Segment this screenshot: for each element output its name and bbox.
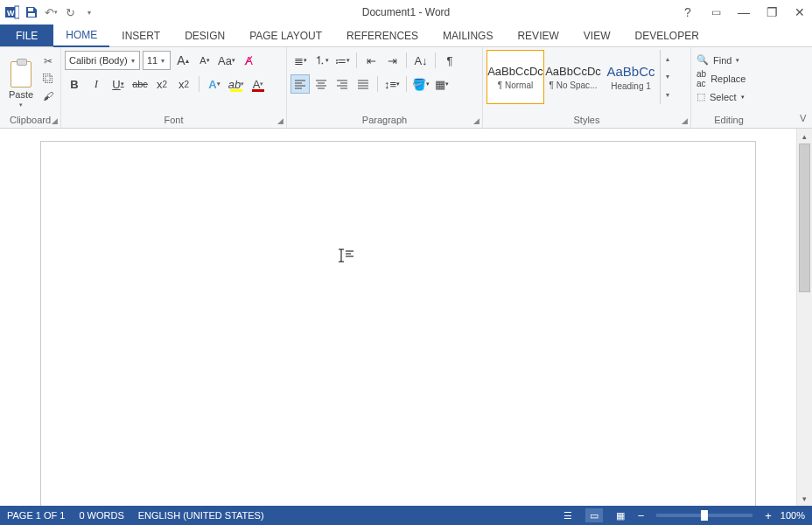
zoom-in-icon[interactable]: + — [765, 509, 772, 522]
tab-insert[interactable]: INSERT — [109, 24, 172, 46]
status-language[interactable]: ENGLISH (UNITED STATES) — [138, 510, 264, 521]
tab-home[interactable]: HOME — [53, 24, 109, 47]
tab-mailings[interactable]: MAILINGS — [430, 24, 505, 46]
style-normal[interactable]: AaBbCcDc ¶ Normal — [486, 50, 544, 104]
tab-design[interactable]: DESIGN — [172, 24, 237, 46]
group-clipboard: Paste ▾ ✂ ⿻ 🖌 Clipboard ◢ — [0, 47, 61, 128]
svg-rect-3 — [28, 8, 33, 11]
font-name-combo[interactable]: Calibri (Body)▾ — [65, 51, 140, 70]
borders-icon[interactable]: ▦▾ — [432, 74, 452, 94]
clipboard-group-label: Clipboard — [4, 112, 57, 128]
line-spacing-icon[interactable]: ↕≡▾ — [382, 74, 402, 94]
paste-button[interactable]: Paste ▾ — [4, 51, 38, 108]
tab-view[interactable]: VIEW — [571, 24, 623, 46]
text-effects-icon[interactable]: A▾ — [205, 74, 224, 94]
tab-file[interactable]: FILE — [0, 24, 53, 46]
qat-customize-icon[interactable]: ▾ — [80, 4, 98, 21]
styles-up-icon: ▴ — [666, 55, 669, 63]
close-icon[interactable]: ✕ — [791, 4, 808, 21]
scroll-up-icon[interactable]: ▴ — [797, 129, 812, 144]
web-layout-icon[interactable]: ▦ — [612, 508, 629, 522]
style-heading1[interactable]: AaBbCc Heading 1 — [602, 50, 660, 104]
collapse-ribbon-icon[interactable]: ᐯ — [800, 113, 807, 124]
multilevel-icon[interactable]: ≔▾ — [332, 51, 352, 70]
font-size-combo[interactable]: 11▾ — [143, 51, 171, 70]
clipboard-launcher-icon[interactable]: ◢ — [52, 116, 58, 125]
svg-rect-4 — [28, 13, 35, 17]
tab-references[interactable]: REFERENCES — [334, 24, 430, 46]
status-page[interactable]: PAGE 1 OF 1 — [7, 510, 65, 521]
print-layout-icon[interactable]: ▭ — [585, 508, 603, 522]
zoom-level[interactable]: 100% — [780, 510, 805, 521]
italic-button[interactable]: I — [87, 74, 106, 94]
underline-button[interactable]: U▾ — [108, 74, 128, 94]
format-painter-icon[interactable]: 🖌 — [40, 89, 56, 103]
window-controls: ? ▭ — ❐ ✕ — [679, 4, 808, 21]
group-paragraph: ≣▾ ⒈▾ ≔▾ ⇤ ⇥ A↓ ¶ — [287, 47, 483, 128]
show-marks-icon[interactable]: ¶ — [440, 51, 459, 70]
scroll-thumb[interactable] — [799, 144, 810, 292]
ribbon-display-icon[interactable]: ▭ — [707, 4, 724, 21]
find-button[interactable]: 🔍Find▾ — [695, 52, 741, 68]
ribbon-tabs: FILE HOME INSERT DESIGN PAGE LAYOUT REFE… — [0, 24, 812, 47]
svg-text:W: W — [7, 9, 15, 18]
sort-icon[interactable]: A↓ — [411, 51, 430, 70]
group-editing: 🔍Find▾ abacReplace ⬚Select▾ Editing — [691, 47, 766, 128]
font-launcher-icon[interactable]: ◢ — [277, 116, 284, 125]
select-icon: ⬚ — [696, 91, 705, 102]
increase-indent-icon[interactable]: ⇥ — [382, 51, 402, 70]
select-button[interactable]: ⬚Select▾ — [695, 88, 746, 105]
restore-icon[interactable]: ❐ — [763, 4, 780, 21]
minimize-icon[interactable]: — — [735, 4, 752, 21]
style-no-spacing[interactable]: AaBbCcDc ¶ No Spac... — [544, 50, 602, 104]
save-icon[interactable] — [23, 4, 40, 21]
styles-gallery-more[interactable]: ▴ ▾ ▾ — [660, 50, 674, 104]
document-page[interactable] — [40, 141, 756, 506]
copy-icon[interactable]: ⿻ — [40, 72, 56, 86]
word-app-icon: W — [4, 4, 21, 21]
decrease-indent-icon[interactable]: ⇤ — [361, 51, 381, 70]
shading-icon[interactable]: 🪣▾ — [411, 74, 430, 94]
strikethrough-button[interactable]: abc — [130, 74, 150, 94]
clear-format-icon[interactable]: A̸ — [239, 51, 258, 70]
cut-icon[interactable]: ✂ — [40, 54, 56, 68]
numbering-icon[interactable]: ⒈▾ — [312, 51, 331, 70]
undo-icon[interactable]: ↶ ▾ — [42, 4, 60, 21]
align-center-icon[interactable] — [312, 74, 331, 94]
quick-access-toolbar: W ↶ ▾ ↻ ▾ — [4, 4, 98, 21]
superscript-button[interactable]: x2 — [174, 74, 193, 94]
shrink-font-icon[interactable]: A▾ — [195, 51, 214, 70]
tab-page-layout[interactable]: PAGE LAYOUT — [237, 24, 334, 46]
styles-launcher-icon[interactable]: ◢ — [682, 116, 688, 125]
tab-review[interactable]: REVIEW — [505, 24, 570, 46]
grow-font-icon[interactable]: A▴ — [173, 51, 192, 70]
status-words[interactable]: 0 WORDS — [79, 510, 123, 521]
vertical-scrollbar[interactable]: ▴ ▾ — [796, 129, 812, 506]
align-right-icon[interactable] — [332, 74, 352, 94]
change-case-icon[interactable]: Aa▾ — [217, 51, 236, 70]
replace-icon: abac — [696, 69, 706, 88]
paragraph-launcher-icon[interactable]: ◢ — [473, 116, 480, 125]
replace-button[interactable]: abacReplace — [695, 70, 747, 87]
tab-developer[interactable]: DEVELOPER — [622, 24, 710, 46]
help-icon[interactable]: ? — [679, 4, 696, 21]
bold-button[interactable]: B — [65, 74, 84, 94]
font-color-icon[interactable]: A▾ — [248, 74, 268, 94]
highlight-icon[interactable]: ab▾ — [227, 74, 246, 94]
align-left-icon[interactable] — [290, 74, 310, 94]
zoom-slider[interactable] — [656, 514, 752, 517]
styles-down-icon: ▾ — [666, 73, 669, 80]
zoom-handle[interactable] — [701, 510, 708, 521]
subscript-button[interactable]: x2 — [152, 74, 172, 94]
redo-icon[interactable]: ↻ — [61, 4, 79, 21]
group-styles: AaBbCcDc ¶ Normal AaBbCcDc ¶ No Spac... … — [483, 47, 691, 128]
zoom-out-icon[interactable]: − — [638, 509, 645, 522]
scroll-down-icon[interactable]: ▾ — [797, 491, 812, 506]
read-mode-icon[interactable]: ☰ — [559, 508, 577, 522]
bullets-icon[interactable]: ≣▾ — [290, 51, 310, 70]
title-bar: W ↶ ▾ ↻ ▾ Document1 - Word ? ▭ — ❐ ✕ — [0, 0, 812, 24]
ribbon: Paste ▾ ✂ ⿻ 🖌 Clipboard ◢ Calibri (Body)… — [0, 47, 812, 129]
window-title: Document1 - Word — [362, 6, 450, 18]
document-area[interactable] — [0, 129, 796, 506]
justify-icon[interactable] — [354, 74, 373, 94]
